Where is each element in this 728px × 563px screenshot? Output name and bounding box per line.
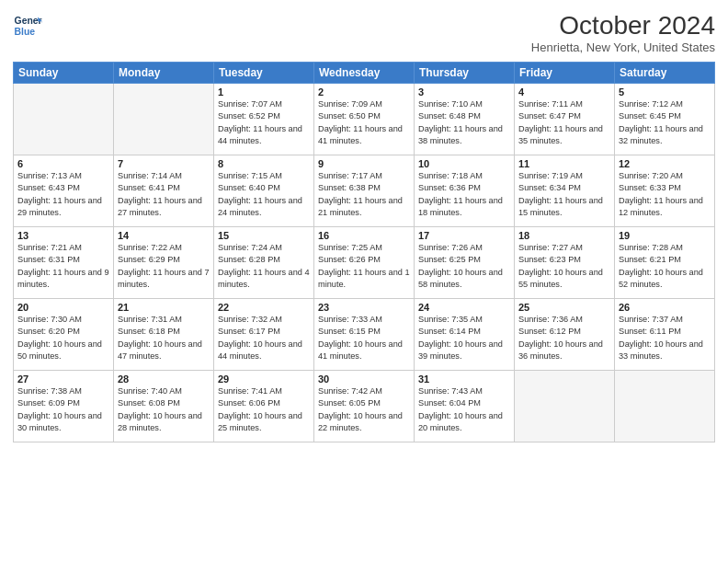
day-info: Sunrise: 7:35 AM Sunset: 6:14 PM Dayligh… [418, 314, 510, 362]
calendar-cell: 28Sunrise: 7:40 AM Sunset: 6:08 PM Dayli… [114, 371, 214, 442]
calendar-cell: 23Sunrise: 7:33 AM Sunset: 6:15 PM Dayli… [314, 299, 415, 371]
day-info: Sunrise: 7:26 AM Sunset: 6:25 PM Dayligh… [418, 242, 510, 291]
calendar-day-header: Thursday [415, 63, 515, 84]
day-number: 30 [318, 373, 410, 385]
day-number: 5 [619, 86, 711, 98]
calendar-cell: 25Sunrise: 7:36 AM Sunset: 6:12 PM Dayli… [515, 299, 615, 371]
logo: General Blue [13, 11, 42, 40]
calendar-cell: 14Sunrise: 7:22 AM Sunset: 6:29 PM Dayli… [114, 227, 214, 299]
day-info: Sunrise: 7:28 AM Sunset: 6:21 PM Dayligh… [619, 242, 711, 291]
day-number: 15 [218, 230, 310, 241]
calendar-header-row: SundayMondayTuesdayWednesdayThursdayFrid… [14, 63, 715, 84]
calendar-cell: 8Sunrise: 7:15 AM Sunset: 6:40 PM Daylig… [214, 155, 314, 227]
calendar-day-header: Sunday [14, 63, 114, 84]
day-info: Sunrise: 7:22 AM Sunset: 6:29 PM Dayligh… [118, 242, 210, 291]
day-info: Sunrise: 7:25 AM Sunset: 6:26 PM Dayligh… [318, 242, 410, 291]
day-number: 16 [318, 230, 410, 241]
day-number: 14 [118, 230, 210, 241]
calendar-cell: 29Sunrise: 7:41 AM Sunset: 6:06 PM Dayli… [214, 371, 314, 442]
calendar-cell: 12Sunrise: 7:20 AM Sunset: 6:33 PM Dayli… [615, 155, 715, 227]
day-number: 10 [418, 158, 510, 169]
calendar-cell: 11Sunrise: 7:19 AM Sunset: 6:34 PM Dayli… [515, 155, 615, 227]
day-number: 25 [518, 302, 610, 313]
calendar-day-header: Monday [114, 63, 214, 84]
day-info: Sunrise: 7:42 AM Sunset: 6:05 PM Dayligh… [318, 385, 410, 434]
logo-icon: General Blue [13, 11, 42, 40]
day-number: 11 [518, 158, 610, 169]
calendar-cell: 30Sunrise: 7:42 AM Sunset: 6:05 PM Dayli… [314, 371, 415, 442]
calendar-cell: 4Sunrise: 7:11 AM Sunset: 6:47 PM Daylig… [515, 84, 615, 155]
day-number: 3 [418, 86, 510, 98]
month-title: October 2024 [531, 11, 715, 40]
calendar-cell [114, 84, 214, 155]
day-info: Sunrise: 7:38 AM Sunset: 6:09 PM Dayligh… [17, 385, 109, 434]
day-info: Sunrise: 7:12 AM Sunset: 6:45 PM Dayligh… [619, 98, 711, 147]
day-info: Sunrise: 7:09 AM Sunset: 6:50 PM Dayligh… [318, 98, 410, 147]
day-info: Sunrise: 7:13 AM Sunset: 6:43 PM Dayligh… [17, 170, 109, 219]
day-info: Sunrise: 7:41 AM Sunset: 6:06 PM Dayligh… [218, 385, 310, 434]
day-number: 1 [218, 86, 310, 98]
page: General Blue October 2024 Henrietta, New… [0, 0, 728, 563]
calendar-table: SundayMondayTuesdayWednesdayThursdayFrid… [13, 62, 715, 442]
day-number: 13 [17, 230, 109, 241]
day-number: 31 [418, 373, 510, 385]
day-info: Sunrise: 7:37 AM Sunset: 6:11 PM Dayligh… [619, 314, 711, 362]
calendar-day-header: Tuesday [214, 63, 314, 84]
calendar-cell: 9Sunrise: 7:17 AM Sunset: 6:38 PM Daylig… [314, 155, 415, 227]
day-number: 2 [318, 86, 410, 98]
day-number: 19 [619, 230, 711, 241]
day-number: 4 [518, 86, 610, 98]
day-number: 29 [218, 373, 310, 385]
calendar-week-row: 6Sunrise: 7:13 AM Sunset: 6:43 PM Daylig… [14, 155, 715, 227]
day-number: 8 [218, 158, 310, 169]
day-info: Sunrise: 7:14 AM Sunset: 6:41 PM Dayligh… [118, 170, 210, 219]
day-number: 7 [118, 158, 210, 169]
day-number: 23 [318, 302, 410, 313]
day-info: Sunrise: 7:36 AM Sunset: 6:12 PM Dayligh… [518, 314, 610, 362]
calendar-cell: 10Sunrise: 7:18 AM Sunset: 6:36 PM Dayli… [415, 155, 515, 227]
calendar-cell: 24Sunrise: 7:35 AM Sunset: 6:14 PM Dayli… [415, 299, 515, 371]
calendar-cell: 20Sunrise: 7:30 AM Sunset: 6:20 PM Dayli… [14, 299, 114, 371]
day-number: 9 [318, 158, 410, 169]
calendar-cell [14, 84, 114, 155]
calendar-cell [615, 371, 715, 442]
calendar-week-row: 20Sunrise: 7:30 AM Sunset: 6:20 PM Dayli… [14, 299, 715, 371]
calendar-cell: 2Sunrise: 7:09 AM Sunset: 6:50 PM Daylig… [314, 84, 415, 155]
header: General Blue October 2024 Henrietta, New… [13, 11, 715, 54]
calendar-week-row: 13Sunrise: 7:21 AM Sunset: 6:31 PM Dayli… [14, 227, 715, 299]
day-number: 26 [619, 302, 711, 313]
day-number: 22 [218, 302, 310, 313]
calendar-cell: 5Sunrise: 7:12 AM Sunset: 6:45 PM Daylig… [615, 84, 715, 155]
calendar-cell: 6Sunrise: 7:13 AM Sunset: 6:43 PM Daylig… [14, 155, 114, 227]
day-number: 6 [17, 158, 109, 169]
day-number: 20 [17, 302, 109, 313]
calendar-cell: 26Sunrise: 7:37 AM Sunset: 6:11 PM Dayli… [615, 299, 715, 371]
day-number: 21 [118, 302, 210, 313]
day-number: 18 [518, 230, 610, 241]
calendar-day-header: Wednesday [314, 63, 415, 84]
day-info: Sunrise: 7:17 AM Sunset: 6:38 PM Dayligh… [318, 170, 410, 219]
day-info: Sunrise: 7:33 AM Sunset: 6:15 PM Dayligh… [318, 314, 410, 362]
day-info: Sunrise: 7:40 AM Sunset: 6:08 PM Dayligh… [118, 385, 210, 434]
day-info: Sunrise: 7:27 AM Sunset: 6:23 PM Dayligh… [518, 242, 610, 291]
calendar-cell: 19Sunrise: 7:28 AM Sunset: 6:21 PM Dayli… [615, 227, 715, 299]
day-info: Sunrise: 7:43 AM Sunset: 6:04 PM Dayligh… [418, 385, 510, 434]
calendar-cell: 18Sunrise: 7:27 AM Sunset: 6:23 PM Dayli… [515, 227, 615, 299]
day-number: 28 [118, 373, 210, 385]
calendar-week-row: 1Sunrise: 7:07 AM Sunset: 6:52 PM Daylig… [14, 84, 715, 155]
calendar-cell: 17Sunrise: 7:26 AM Sunset: 6:25 PM Dayli… [415, 227, 515, 299]
day-info: Sunrise: 7:10 AM Sunset: 6:48 PM Dayligh… [418, 98, 510, 147]
day-info: Sunrise: 7:18 AM Sunset: 6:36 PM Dayligh… [418, 170, 510, 219]
title-section: October 2024 Henrietta, New York, United… [531, 11, 715, 54]
calendar-cell: 3Sunrise: 7:10 AM Sunset: 6:48 PM Daylig… [415, 84, 515, 155]
day-info: Sunrise: 7:19 AM Sunset: 6:34 PM Dayligh… [518, 170, 610, 219]
day-info: Sunrise: 7:24 AM Sunset: 6:28 PM Dayligh… [218, 242, 310, 291]
day-info: Sunrise: 7:07 AM Sunset: 6:52 PM Dayligh… [218, 98, 310, 147]
calendar-cell: 31Sunrise: 7:43 AM Sunset: 6:04 PM Dayli… [415, 371, 515, 442]
calendar-day-header: Friday [515, 63, 615, 84]
day-number: 17 [418, 230, 510, 241]
calendar-cell: 21Sunrise: 7:31 AM Sunset: 6:18 PM Dayli… [114, 299, 214, 371]
day-info: Sunrise: 7:32 AM Sunset: 6:17 PM Dayligh… [218, 314, 310, 362]
calendar-week-row: 27Sunrise: 7:38 AM Sunset: 6:09 PM Dayli… [14, 371, 715, 442]
calendar-cell [515, 371, 615, 442]
